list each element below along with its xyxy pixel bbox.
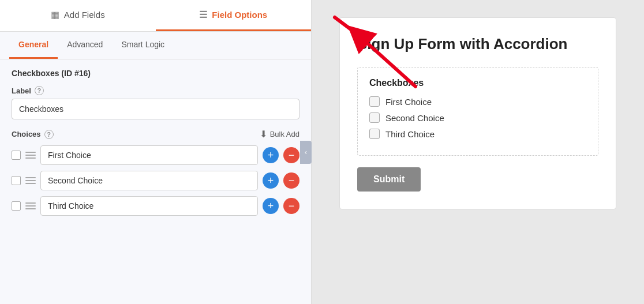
choice-input-1[interactable] bbox=[40, 145, 258, 165]
left-panel: ▦ Add Fields ☰ Field Options General Adv… bbox=[0, 0, 312, 304]
top-tabs: ▦ Add Fields ☰ Field Options bbox=[0, 0, 311, 32]
sub-tab-general[interactable]: General bbox=[9, 32, 58, 59]
add-choice-3-button[interactable]: + bbox=[263, 198, 279, 214]
choice-row-1: + − bbox=[12, 145, 299, 165]
field-options-label: Field Options bbox=[212, 10, 267, 20]
preview-choice-row-3: Third Choice bbox=[369, 129, 586, 139]
choices-help-icon[interactable]: ? bbox=[44, 130, 54, 139]
preview-choice-row-1: First Choice bbox=[369, 96, 586, 107]
preview-choice-label-1: First Choice bbox=[385, 97, 432, 107]
drag-handle-1[interactable] bbox=[25, 152, 36, 159]
field-options-icon: ☰ bbox=[199, 9, 207, 20]
form-checkboxes-section: Checkboxes First Choice Second Choice Th… bbox=[357, 67, 598, 156]
preview-choice-label-2: Second Choice bbox=[385, 113, 444, 123]
choice-input-3[interactable] bbox=[40, 196, 258, 216]
label-text: Label bbox=[12, 87, 31, 95]
form-preview: Sign Up Form with Accordion Checkboxes F… bbox=[339, 17, 616, 209]
preview-choice-row-2: Second Choice bbox=[369, 112, 586, 123]
sub-tab-smart-logic[interactable]: Smart Logic bbox=[112, 32, 174, 59]
choices-label: Choices ? bbox=[12, 130, 54, 139]
form-section-title: Checkboxes bbox=[369, 78, 586, 88]
form-title: Sign Up Form with Accordion bbox=[357, 35, 598, 53]
tab-add-fields[interactable]: ▦ Add Fields bbox=[0, 0, 156, 31]
panel-content: Checkboxes (ID #16) Label ? Choices ? ⬇ … bbox=[0, 59, 311, 304]
drag-handle-2[interactable] bbox=[25, 177, 36, 184]
choice-row-3: + − bbox=[12, 196, 299, 216]
remove-choice-2-button[interactable]: − bbox=[283, 172, 299, 189]
label-input[interactable] bbox=[12, 99, 299, 119]
add-fields-icon: ▦ bbox=[51, 9, 59, 20]
add-fields-label: Add Fields bbox=[64, 10, 105, 20]
bulk-add-icon: ⬇ bbox=[260, 129, 267, 140]
preview-checkbox-1[interactable] bbox=[369, 96, 380, 107]
label-section-header: Label ? bbox=[12, 86, 299, 95]
drag-handle-3[interactable] bbox=[25, 202, 36, 209]
tab-field-options[interactable]: ☰ Field Options bbox=[156, 0, 312, 31]
choice-row-2: + − bbox=[12, 171, 299, 190]
choice-checkbox-3[interactable] bbox=[12, 201, 21, 211]
remove-choice-3-button[interactable]: − bbox=[283, 198, 299, 214]
choice-input-2[interactable] bbox=[40, 171, 258, 190]
add-choice-2-button[interactable]: + bbox=[263, 172, 279, 189]
sub-tab-advanced[interactable]: Advanced bbox=[58, 32, 112, 59]
sub-tabs: General Advanced Smart Logic bbox=[0, 32, 311, 59]
right-panel: Sign Up Form with Accordion Checkboxes F… bbox=[312, 0, 644, 304]
bulk-add-button[interactable]: ⬇ Bulk Add bbox=[260, 129, 299, 140]
add-choice-1-button[interactable]: + bbox=[263, 147, 279, 163]
choice-checkbox-1[interactable] bbox=[12, 151, 21, 160]
remove-choice-1-button[interactable]: − bbox=[283, 147, 299, 163]
label-help-icon[interactable]: ? bbox=[35, 86, 44, 95]
collapse-button[interactable]: ‹ bbox=[300, 141, 312, 164]
field-title: Checkboxes (ID #16) bbox=[12, 69, 299, 78]
preview-choice-label-3: Third Choice bbox=[385, 129, 435, 139]
choices-header: Choices ? ⬇ Bulk Add bbox=[12, 129, 299, 140]
preview-checkbox-3[interactable] bbox=[369, 129, 380, 139]
preview-checkbox-2[interactable] bbox=[369, 112, 380, 123]
choice-checkbox-2[interactable] bbox=[12, 176, 21, 185]
submit-button[interactable]: Submit bbox=[357, 167, 421, 192]
